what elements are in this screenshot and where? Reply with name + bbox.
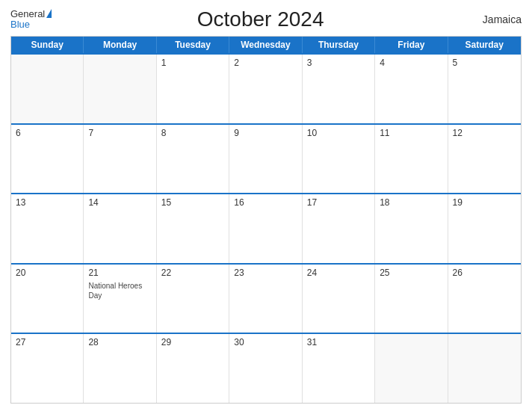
- calendar-cell: 14: [84, 194, 156, 263]
- day-number: 16: [234, 197, 297, 208]
- calendar-cell: 9: [229, 125, 302, 194]
- day-number: 17: [307, 197, 370, 208]
- calendar-week-4: 2021National Heroes Day2223242526: [11, 263, 521, 333]
- calendar-cell: 1: [157, 55, 229, 123]
- day-number: 3: [307, 58, 370, 68]
- calendar-cell: 12: [448, 125, 521, 194]
- calendar-week-2: 6789101112: [11, 123, 521, 194]
- day-number: 31: [307, 337, 370, 347]
- day-number: 25: [380, 268, 442, 278]
- day-number: 15: [161, 197, 224, 208]
- calendar-week-3: 13141516171819: [11, 193, 521, 263]
- day-number: 28: [88, 337, 151, 347]
- day-number: 18: [380, 197, 442, 208]
- calendar-cell: 26: [448, 265, 521, 333]
- day-number: 14: [88, 197, 151, 208]
- day-number: 21: [88, 268, 151, 278]
- day-number: 29: [161, 337, 224, 347]
- page-header: General Blue October 2024 Jamaica: [10, 7, 522, 31]
- calendar-cell: 24: [303, 265, 375, 333]
- calendar-cell: 23: [229, 265, 302, 333]
- calendar-cell: 27: [11, 334, 84, 403]
- day-number: 4: [380, 58, 442, 68]
- header-monday: Monday: [84, 37, 156, 53]
- header-wednesday: Wednesday: [229, 37, 302, 53]
- day-number: 27: [16, 337, 78, 347]
- day-number: 11: [380, 128, 442, 138]
- calendar-week-5: 2728293031: [11, 333, 521, 403]
- country-label: Jamaica: [469, 13, 522, 25]
- calendar-cell: 20: [11, 265, 84, 333]
- day-number: 1: [161, 58, 224, 68]
- header-sunday: Sunday: [11, 37, 84, 53]
- calendar-grid: Sunday Monday Tuesday Wednesday Thursday…: [10, 36, 522, 404]
- calendar-cell: [448, 334, 521, 403]
- calendar-cell: 2: [229, 55, 302, 123]
- day-number: 30: [234, 337, 297, 347]
- calendar-cell: [84, 55, 156, 123]
- calendar-page: General Blue October 2024 Jamaica Sunday…: [0, 0, 532, 411]
- header-thursday: Thursday: [303, 37, 375, 53]
- calendar-cell: 7: [84, 125, 156, 194]
- day-number: 2: [234, 58, 297, 68]
- calendar-cell: 4: [375, 55, 448, 123]
- calendar-cell: [375, 334, 448, 403]
- header-friday: Friday: [375, 37, 448, 53]
- calendar-cell: 16: [229, 194, 302, 263]
- day-number: 7: [88, 128, 151, 138]
- day-number: 19: [453, 197, 516, 208]
- calendar-cell: 8: [157, 125, 229, 194]
- day-number: 6: [16, 128, 78, 138]
- calendar-week-1: 12345: [11, 53, 521, 123]
- calendar-cell: 6: [11, 125, 84, 194]
- calendar-body: 123456789101112131415161718192021Nationa…: [11, 53, 521, 403]
- header-tuesday: Tuesday: [157, 37, 229, 53]
- calendar-cell: 22: [157, 265, 229, 333]
- calendar-cell: 21National Heroes Day: [84, 265, 156, 333]
- logo-blue: Blue: [10, 19, 30, 30]
- calendar-cell: 15: [157, 194, 229, 263]
- day-number: 9: [234, 128, 297, 138]
- calendar-event: National Heroes Day: [88, 281, 151, 300]
- calendar-cell: 17: [303, 194, 375, 263]
- calendar-cell: [11, 55, 84, 123]
- calendar-cell: 3: [303, 55, 375, 123]
- calendar-cell: 25: [375, 265, 448, 333]
- day-number: 26: [453, 268, 516, 278]
- calendar-cell: 30: [229, 334, 302, 403]
- logo-triangle-icon: [46, 9, 52, 18]
- calendar-cell: 31: [303, 334, 375, 403]
- day-number: 22: [161, 268, 224, 278]
- calendar-cell: 28: [84, 334, 156, 403]
- day-number: 24: [307, 268, 370, 278]
- header-saturday: Saturday: [448, 37, 521, 53]
- logo: General Blue: [10, 9, 52, 31]
- day-number: 20: [16, 268, 78, 278]
- calendar-cell: 13: [11, 194, 84, 263]
- calendar-cell: 18: [375, 194, 448, 263]
- calendar-cell: 10: [303, 125, 375, 194]
- calendar-cell: 29: [157, 334, 229, 403]
- calendar-cell: 19: [448, 194, 521, 263]
- calendar-title: October 2024: [52, 7, 469, 31]
- day-number: 8: [161, 128, 224, 138]
- day-number: 12: [453, 128, 516, 138]
- calendar-cell: 11: [375, 125, 448, 194]
- day-number: 23: [234, 268, 297, 278]
- calendar-header-row: Sunday Monday Tuesday Wednesday Thursday…: [11, 37, 521, 53]
- day-number: 5: [453, 58, 516, 68]
- day-number: 13: [16, 197, 78, 208]
- day-number: 10: [307, 128, 370, 138]
- calendar-cell: 5: [448, 55, 521, 123]
- logo-general: General: [10, 9, 45, 19]
